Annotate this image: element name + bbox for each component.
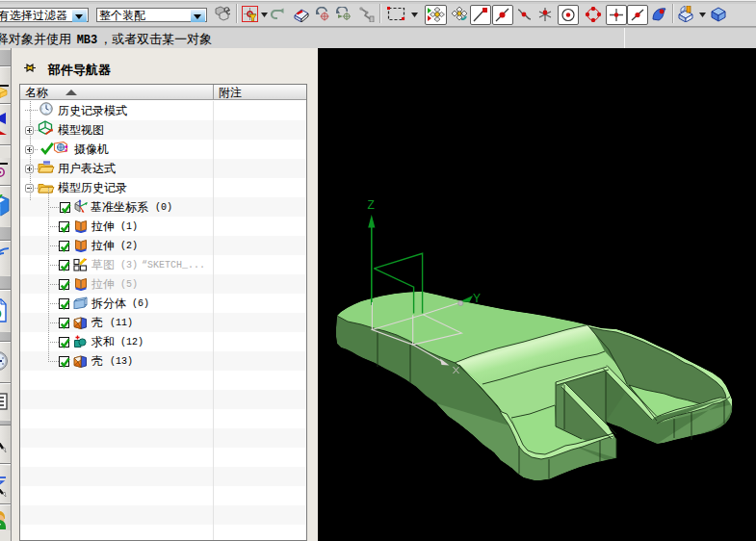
svg-text:Z: Z [368,198,375,212]
svg-text:Y: Y [473,292,481,305]
